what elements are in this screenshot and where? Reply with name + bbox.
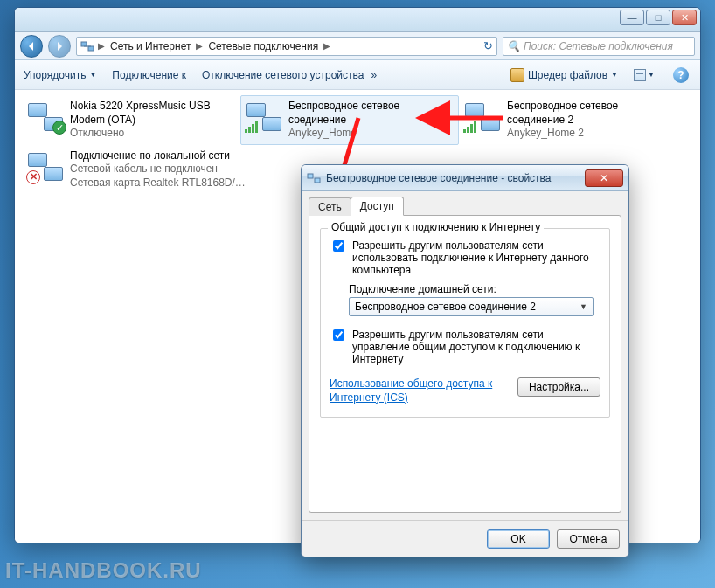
minimize-button[interactable]: — [620, 10, 644, 25]
svg-rect-7 [315, 178, 320, 183]
toolbar-shredder[interactable]: Шредер файлов ▼ [510, 68, 618, 82]
signal-bars-icon [463, 121, 476, 133]
help-button[interactable]: ? [670, 66, 691, 84]
dialog-button-row: OK Отмена [302, 520, 628, 557]
tab-network[interactable]: Сеть [309, 197, 351, 216]
signal-bars-icon [245, 121, 258, 133]
network-icon [80, 39, 94, 53]
tabstrip: Сеть Доступ [309, 197, 621, 216]
svg-rect-6 [308, 174, 313, 178]
allow-sharing-checkbox[interactable] [333, 240, 344, 252]
chevron-down-icon: ▼ [611, 71, 618, 79]
ics-help-link[interactable]: Использование общего доступа к Интернету… [330, 377, 504, 405]
connection-ssid: Anykey_Home 2 [507, 127, 673, 141]
connection-title: Nokia 5220 XpressMusic USB Modem (OTA) [70, 100, 236, 127]
view-options-button[interactable]: ▼ [634, 66, 655, 84]
lan-icon: ✕ [26, 149, 65, 184]
nav-forward-button[interactable] [48, 35, 71, 58]
help-icon: ? [673, 67, 689, 83]
connection-adapter: Сетевая карта Realtek RTL8168D/… [70, 176, 262, 190]
status-ok-badge: ✓ [52, 121, 66, 135]
ok-button[interactable]: OK [487, 529, 550, 549]
ics-groupbox: Общий доступ к подключению к Интернету Р… [320, 228, 610, 418]
toolbar-disable[interactable]: Отключение сетевого устройства » [202, 69, 377, 81]
status-disconnected-badge: ✕ [26, 170, 40, 184]
dialog-close-button[interactable]: ✕ [585, 169, 623, 187]
search-input[interactable]: 🔍 Поиск: Сетевые подключения [503, 37, 695, 56]
combo-value: Беспроводное сетевое соединение 2 [355, 301, 536, 313]
connection-ssid: Anykey_Home [288, 127, 455, 141]
allow-control-checkbox-row[interactable]: Разрешить другим пользователям сети упра… [330, 329, 600, 365]
connection-title: Беспроводное сетевое соединение 2 [507, 100, 673, 127]
chevron-down-icon: ▼ [580, 302, 587, 311]
maximize-button[interactable]: □ [646, 10, 670, 25]
breadcrumb[interactable]: ▶ Сеть и Интернет ▶ Сетевые подключения … [76, 37, 497, 56]
connection-item-wireless-2[interactable]: Беспроводное сетевое соединение 2 Anykey… [459, 95, 677, 145]
connection-status: Сетевой кабель не подключен [70, 163, 262, 176]
toolbar-organize[interactable]: Упорядочить▼ [24, 69, 96, 81]
tab-panel-sharing: Общий доступ к подключению к Интернету Р… [309, 215, 621, 513]
watermark: IT-HANDBOOK.RU [5, 558, 202, 583]
search-placeholder-text: Поиск: Сетевые подключения [524, 40, 673, 52]
search-icon: 🔍 [507, 40, 520, 52]
settings-button[interactable]: Настройка... [517, 377, 600, 397]
dialog-titlebar[interactable]: Беспроводное сетевое соединение - свойст… [302, 165, 628, 191]
dialog-title: Беспроводное сетевое соединение - свойст… [326, 172, 552, 184]
chevron-right-icon: ▶ [323, 41, 330, 51]
allow-sharing-label: Разрешить другим пользователям сети испо… [352, 239, 600, 276]
svg-rect-0 [81, 42, 87, 46]
connection-status: Отключено [70, 127, 236, 141]
properties-dialog: Беспроводное сетевое соединение - свойст… [301, 164, 629, 557]
wifi-icon [245, 100, 283, 135]
crumb-net-internet[interactable]: Сеть и Интернет [108, 40, 192, 52]
allow-control-checkbox[interactable] [333, 329, 344, 341]
view-icon [634, 69, 646, 81]
allow-sharing-checkbox-row[interactable]: Разрешить другим пользователям сети испо… [330, 239, 600, 276]
connection-title: Подключение по локальной сети [70, 149, 262, 163]
groupbox-legend: Общий доступ к подключению к Интернету [328, 221, 544, 233]
overflow-chevron[interactable]: » [371, 69, 377, 81]
connection-item-nokia-modem[interactable]: ✓ Nokia 5220 XpressMusic USB Modem (OTA)… [22, 95, 240, 145]
allow-control-label: Разрешить другим пользователям сети упра… [352, 329, 600, 365]
home-network-label: Подключение домашней сети: [349, 283, 600, 295]
modem-icon: ✓ [26, 100, 65, 135]
connection-title: Беспроводное сетевое соединение [288, 100, 455, 127]
shredder-icon [510, 68, 524, 82]
close-button[interactable]: ✕ [672, 10, 697, 25]
wifi-icon [463, 100, 502, 135]
chevron-right-icon: ▶ [196, 41, 203, 51]
home-network-combo[interactable]: Беспроводное сетевое соединение 2 ▼ [349, 297, 594, 316]
crumb-network-connections[interactable]: Сетевые подключения [206, 40, 320, 52]
toolbar-connect[interactable]: Подключение к [112, 69, 186, 81]
address-bar: ▶ Сеть и Интернет ▶ Сетевые подключения … [15, 32, 700, 60]
refresh-icon[interactable]: ↻ [483, 39, 493, 52]
cancel-button[interactable]: Отмена [557, 529, 620, 549]
chevron-right-icon: ▶ [98, 41, 105, 51]
nav-back-button[interactable] [20, 35, 43, 58]
titlebar[interactable]: — □ ✕ [15, 8, 700, 32]
network-icon [307, 171, 321, 185]
tab-sharing[interactable]: Доступ [351, 197, 404, 216]
connection-item-wireless-1[interactable]: Беспроводное сетевое соединение Anykey_H… [240, 95, 459, 145]
svg-rect-1 [88, 46, 94, 51]
connection-item-lan[interactable]: ✕ Подключение по локальной сети Сетевой … [22, 145, 267, 195]
toolbar: Упорядочить▼ Подключение к Отключение се… [15, 60, 700, 90]
chevron-down-icon: ▼ [89, 71, 96, 79]
